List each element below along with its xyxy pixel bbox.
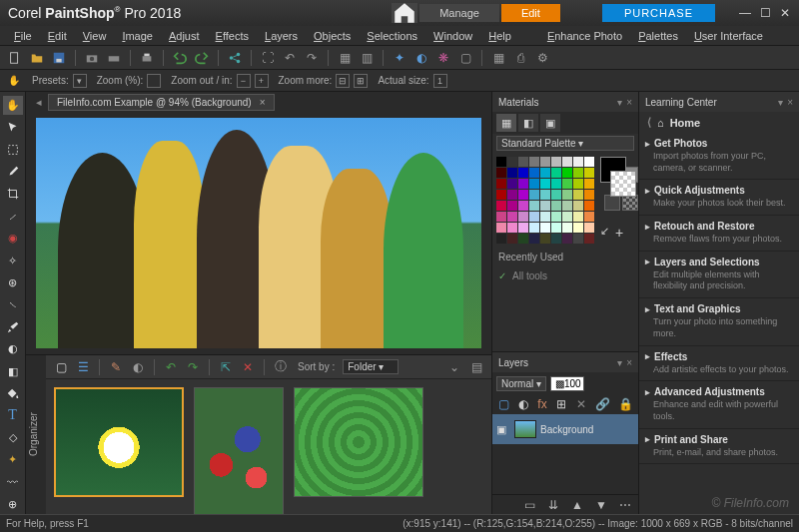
color-swatch[interactable] [529,223,539,233]
menu-adjust[interactable]: Adjust [161,28,208,44]
thumbnail-1[interactable] [54,387,184,497]
org-expand[interactable]: ⌄ [445,358,463,376]
learning-close-icon[interactable]: × [787,97,793,108]
effects-button[interactable]: ❋ [434,49,452,67]
actual-size-button[interactable]: 1 [433,74,447,88]
color-swatch[interactable] [584,157,594,167]
delete-layer-button[interactable]: ✕ [574,395,588,413]
learning-section[interactable]: Get PhotosImport photos from your PC, ca… [639,133,799,180]
paint-brush-tool[interactable] [3,317,23,336]
menu-effects[interactable]: Effects [208,28,257,44]
menu-selections[interactable]: Selections [359,28,425,44]
menu-layers[interactable]: Layers [257,28,306,44]
minimize-button[interactable]: — [735,5,755,21]
color-swatch[interactable] [518,212,528,222]
color-swatch[interactable] [540,190,550,200]
pan-tool[interactable]: ✋ [3,96,23,115]
layer-move-dn[interactable]: ▼ [592,496,610,514]
menu-enhance-photo[interactable]: Enhance Photo [539,28,630,44]
color-swatch[interactable] [562,201,572,211]
makeover-tool[interactable]: ✧ [3,251,23,269]
color-swatch[interactable] [507,223,517,233]
layers-menu-icon[interactable]: ▾ [617,357,622,368]
color-swatch[interactable] [562,157,572,167]
color-swatch[interactable] [551,190,561,200]
layer-more[interactable]: ⋯ [616,496,634,514]
color-swatch[interactable] [496,234,506,244]
text-tool[interactable]: T [3,406,23,425]
materials-menu-icon[interactable]: ▾ [617,97,622,108]
menu-objects[interactable]: Objects [306,28,359,44]
new-layer-button[interactable]: ▢ [496,395,510,413]
palette-select[interactable]: Standard Palette ▾ [496,136,634,151]
color-swatch[interactable] [551,179,561,189]
warp-tool[interactable]: 〰 [3,472,23,491]
materials-close-icon[interactable]: × [626,97,632,108]
enhance-button[interactable]: ✦ [391,49,408,67]
menu-image[interactable]: Image [114,28,161,44]
color-swatch[interactable] [496,190,506,200]
learning-section[interactable]: Text and GraphicsTurn your photo into so… [639,298,799,345]
share-button[interactable] [226,49,244,67]
color-swatch[interactable] [584,212,594,222]
opacity-field[interactable]: ▩100 [550,376,584,391]
zoom-out-button[interactable]: − [237,74,251,88]
color-swatch[interactable] [518,157,528,167]
color-swatch[interactable] [496,157,506,167]
color-swatch-grid[interactable] [496,157,594,244]
color-swatch[interactable] [540,223,550,233]
color-swatch[interactable] [562,179,572,189]
layer-move-up[interactable]: ▲ [568,496,586,514]
layer-link-button[interactable]: 🔗 [593,395,611,413]
color-swatch[interactable] [540,201,550,211]
hsv-tab[interactable]: ◧ [518,114,538,132]
presets-dropdown[interactable]: ▾ [73,74,87,88]
mat-texture-2[interactable] [622,195,638,211]
menu-file[interactable]: File [6,28,40,44]
menu-help[interactable]: Help [480,28,519,44]
camera-button[interactable] [83,49,101,67]
color-swatch[interactable] [551,157,561,167]
layer-lock-button[interactable]: 🔒 [616,395,634,413]
org-rotate-r[interactable]: ↷ [184,358,202,376]
learning-section[interactable]: Print and SharePrint, e-mail, and share … [639,429,799,465]
layer-visibility-icon[interactable]: ▣ [496,423,510,436]
learning-section[interactable]: Quick AdjustmentsMake your photos look t… [639,180,799,216]
redo-button[interactable] [193,49,211,67]
color-swatch[interactable] [562,223,572,233]
color-swatch[interactable] [584,234,594,244]
selection-tool[interactable] [3,140,23,159]
learning-section[interactable]: Retouch and RestoreRemove flaws from you… [639,216,799,252]
frame-tab[interactable]: ▣ [540,114,560,132]
resize-button[interactable]: ⛶ [259,49,277,67]
org-info[interactable]: ⓘ [272,358,290,376]
color-swatch[interactable] [540,212,550,222]
color-swatch[interactable] [529,157,539,167]
shape-tool[interactable]: ◇ [3,428,23,447]
home-tab-button[interactable] [392,3,417,23]
color-swatch[interactable] [551,234,561,244]
open-button[interactable] [28,49,46,67]
rotate-left-button[interactable]: ↶ [281,49,299,67]
color-swatch[interactable] [518,234,528,244]
mat-texture-1[interactable] [604,195,620,211]
layer-merge[interactable]: ⇊ [544,496,562,514]
color-swatch[interactable] [507,234,517,244]
sort-by-select[interactable]: Folder ▾ [343,359,399,374]
zoom-in-button[interactable]: + [255,74,269,88]
menu-view[interactable]: View [75,28,115,44]
color-swatch[interactable] [496,168,506,178]
swap-colors-icon[interactable]: ↙ [600,225,609,241]
maximize-button[interactable]: ☐ [755,5,775,21]
learning-back-icon[interactable]: ⟨ [647,116,651,129]
color-swatch[interactable] [507,201,517,211]
thumbnail-3[interactable] [294,387,423,497]
color-swatch[interactable] [573,234,583,244]
learning-section[interactable]: Advanced AdjustmentsEnhance and edit wit… [639,381,799,428]
color-swatch[interactable] [540,168,550,178]
org-brush-button[interactable]: ✎ [107,358,125,376]
color-swatch[interactable] [518,201,528,211]
learning-menu-icon[interactable]: ▾ [778,97,783,108]
close-button[interactable]: ✕ [775,5,795,21]
all-tools-checkbox[interactable]: ✓ [498,270,506,281]
